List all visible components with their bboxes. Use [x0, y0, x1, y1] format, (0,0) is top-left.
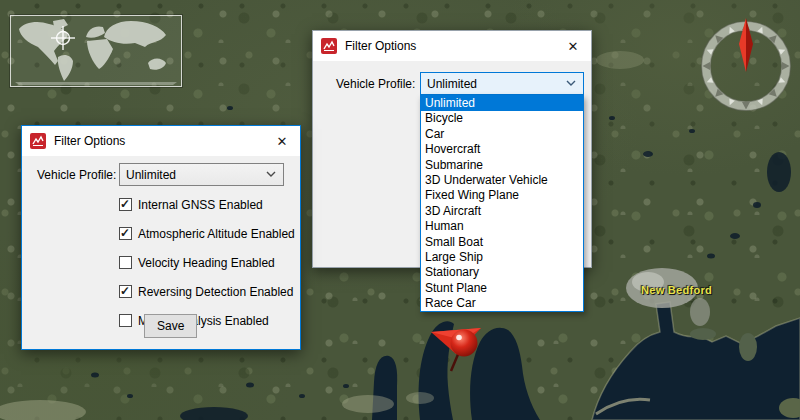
dropdown-option[interactable]: Car [421, 127, 583, 142]
vehicle-profile-label: Vehicle Profile: [336, 77, 415, 91]
dropdown-option[interactable]: Submarine [421, 158, 583, 173]
checkbox[interactable] [119, 285, 132, 298]
checkbox-row: Internal GNSS Enabled [119, 190, 295, 219]
vehicle-profile-combobox[interactable]: Unlimited [420, 72, 584, 95]
close-icon[interactable]: ✕ [555, 31, 591, 61]
dropdown-option[interactable]: Hovercraft [421, 142, 583, 157]
map-place-label: New Bedford [641, 284, 712, 296]
dropdown-option[interactable]: Stunt Plane [421, 281, 583, 296]
compass[interactable] [697, 14, 797, 114]
dropdown-option[interactable]: Bicycle [421, 111, 583, 126]
dialog-title: Filter Options [345, 39, 416, 53]
vehicle-profile-value: Unlimited [427, 77, 477, 91]
chevron-down-icon [566, 80, 576, 87]
filter-options-dialog-left: Filter Options ✕ Vehicle Profile: Unlimi… [21, 125, 301, 350]
dropdown-option[interactable]: Unlimited [421, 96, 583, 111]
save-button[interactable]: Save [144, 314, 197, 338]
checkbox-label: Internal GNSS Enabled [138, 198, 263, 212]
checkbox-label: Velocity Heading Enabled [138, 256, 275, 270]
app-icon [30, 133, 46, 149]
dropdown-option[interactable]: Small Boat [421, 235, 583, 250]
close-icon[interactable]: ✕ [264, 126, 300, 156]
checkbox-label: Atmospheric Altitude Enabled [138, 227, 295, 241]
checkbox-row: Atmospheric Altitude Enabled [119, 219, 295, 248]
checkbox[interactable] [119, 314, 132, 327]
checkbox[interactable] [119, 198, 132, 211]
compass-icon [697, 14, 797, 114]
dropdown-option[interactable]: Human [421, 219, 583, 234]
app-window: New Bedford [0, 0, 800, 420]
world-overview-art [11, 16, 181, 86]
checkbox[interactable] [119, 227, 132, 240]
vehicle-profile-label: Vehicle Profile: [37, 168, 116, 182]
vehicle-profile-value: Unlimited [126, 168, 176, 182]
checkbox-label: Reversing Detection Enabled [138, 285, 293, 299]
dialog-titlebar[interactable]: Filter Options ✕ [22, 126, 300, 156]
dropdown-option[interactable]: 3D Aircraft [421, 204, 583, 219]
dropdown-option[interactable]: 3D Underwater Vehicle [421, 173, 583, 188]
dropdown-option[interactable]: Large Ship [421, 250, 583, 265]
world-overview-map[interactable] [10, 15, 182, 87]
checkbox[interactable] [119, 256, 132, 269]
vehicle-profile-dropdown-list: Unlimited Bicycle Car Hovercraft Submari… [420, 95, 584, 312]
dialog-title: Filter Options [54, 134, 125, 148]
vehicle-profile-combobox[interactable]: Unlimited [119, 163, 284, 186]
dropdown-option[interactable]: Stationary [421, 265, 583, 280]
checkbox-row: Velocity Heading Enabled [119, 248, 295, 277]
chevron-down-icon [266, 171, 276, 178]
dropdown-option[interactable]: Fixed Wing Plane [421, 188, 583, 203]
dialog-titlebar[interactable]: Filter Options ✕ [313, 31, 591, 61]
dropdown-option[interactable]: Race Car [421, 296, 583, 311]
app-icon [321, 38, 337, 54]
checkbox-row: Reversing Detection Enabled [119, 277, 295, 306]
filter-options-dialog-top: Filter Options ✕ Vehicle Profile: Unlimi… [312, 30, 592, 268]
